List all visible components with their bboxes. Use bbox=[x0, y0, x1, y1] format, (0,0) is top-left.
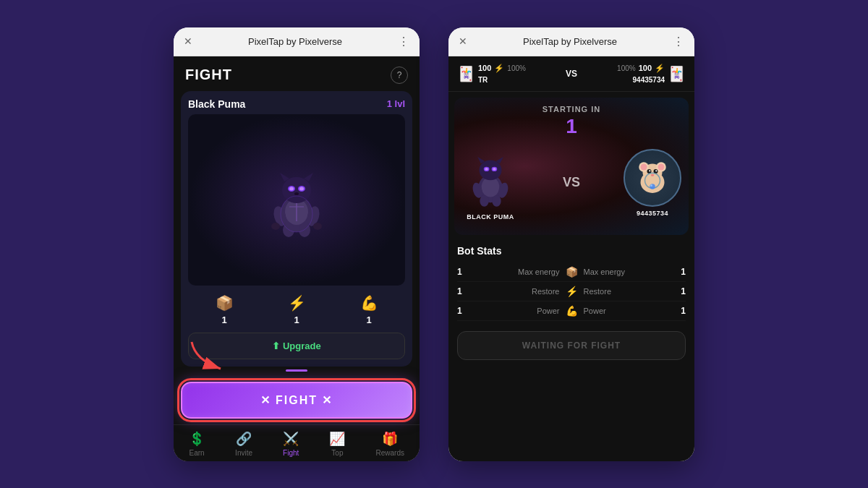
svg-point-42 bbox=[655, 170, 657, 171]
waiting-for-fight-button[interactable]: WAITING FOR FIGHT bbox=[457, 331, 686, 360]
close-icon[interactable]: ✕ bbox=[184, 35, 192, 47]
player2-info: 100% 100 ⚡ 94435734 bbox=[587, 64, 665, 84]
bottom-navigation: 💲 Earn 🔗 Invite ⚔️ Fight 📈 Top 🎁 Rewards bbox=[174, 424, 420, 461]
close-icon-right[interactable]: ✕ bbox=[459, 35, 467, 47]
rewards-label: Rewards bbox=[375, 449, 404, 457]
player1-energy-row: 100 ⚡ 100% bbox=[478, 64, 556, 73]
svg-point-12 bbox=[271, 223, 280, 230]
vs-center-label: VS bbox=[563, 175, 580, 190]
player1-name: TR bbox=[478, 76, 556, 84]
character-sprite bbox=[264, 160, 329, 239]
stat-right-label-2: Restore bbox=[584, 287, 672, 296]
svg-point-7 bbox=[289, 187, 294, 191]
svg-point-28 bbox=[493, 168, 496, 171]
svg-point-43 bbox=[651, 174, 655, 176]
player2-avatar-icon: 🃏 bbox=[668, 65, 686, 82]
stat-left-label-3: Power bbox=[472, 307, 560, 315]
upgrade-label: ⬆ Upgrade bbox=[272, 341, 320, 351]
nav-fight[interactable]: ⚔️ Fight bbox=[283, 431, 299, 457]
stat-left-val-2: 1 bbox=[457, 286, 469, 296]
character-image-area bbox=[188, 114, 405, 286]
scrollbar-hint bbox=[286, 369, 307, 372]
character-name: Black Puma bbox=[188, 98, 245, 110]
player1-info: 100 ⚡ 100% TR bbox=[478, 64, 556, 84]
bot-stats-title: Bot Stats bbox=[457, 245, 686, 257]
browser-bar-right: ✕ PixelTap by Pixelverse ⋮ bbox=[448, 27, 694, 56]
stat-left-label-1: Max energy bbox=[472, 267, 560, 276]
fighter2-name: 94435734 bbox=[637, 210, 668, 217]
stat-right-val-3: 1 bbox=[674, 306, 686, 316]
svg-point-31 bbox=[480, 195, 488, 206]
stat-left-val-1: 1 bbox=[457, 267, 469, 277]
top-label: Top bbox=[331, 449, 343, 457]
battle-arena: STARTING IN 1 bbox=[454, 98, 689, 235]
stat-left-val-3: 1 bbox=[457, 306, 469, 316]
svg-point-13 bbox=[313, 223, 322, 230]
vs-label: VS bbox=[561, 69, 582, 79]
fighter1: BLACK PUMA bbox=[461, 145, 519, 221]
max-energy-val: 1 bbox=[221, 314, 226, 325]
player2-name: 94435734 bbox=[633, 76, 665, 84]
stat-max-energy: 📦 1 bbox=[216, 294, 234, 325]
right-phone: ✕ PixelTap by Pixelverse ⋮ 🃏 100 ⚡ 100% bbox=[448, 27, 694, 461]
stat-right-label-3: Power bbox=[584, 307, 672, 315]
character-name-row: Black Puma 1 lvl bbox=[188, 98, 405, 110]
fight-header: FIGHT ? bbox=[174, 56, 420, 91]
page-title: FIGHT bbox=[185, 67, 232, 83]
power-val: 1 bbox=[366, 314, 371, 325]
browser-title-right: PixelTap by Pixelverse bbox=[523, 36, 617, 47]
svg-point-32 bbox=[492, 195, 501, 206]
battle-header: 🃏 100 ⚡ 100% TR VS 🃏 bbox=[448, 56, 694, 92]
menu-icon-right[interactable]: ⋮ bbox=[673, 35, 684, 48]
svg-point-46 bbox=[650, 184, 652, 187]
stat-icon-3: 💪 bbox=[566, 305, 578, 317]
stat-row-power: 1 Power 💪 Power 1 bbox=[457, 301, 686, 321]
character-level: 1 lvl bbox=[387, 98, 405, 109]
svg-point-8 bbox=[299, 187, 304, 191]
bag-icon: 📦 bbox=[216, 294, 234, 312]
invite-icon: 🔗 bbox=[236, 431, 252, 447]
menu-icon[interactable]: ⋮ bbox=[398, 35, 409, 48]
character-stats: 📦 1 ⚡ 1 💪 1 bbox=[188, 286, 405, 330]
lightning-icon: ⚡ bbox=[288, 294, 306, 312]
stat-row-restore: 1 Restore ⚡ Restore 1 bbox=[457, 282, 686, 301]
upgrade-button[interactable]: ⬆ Upgrade bbox=[188, 333, 405, 359]
nav-earn[interactable]: 💲 Earn bbox=[189, 431, 205, 457]
player1-avatar-icon: 🃏 bbox=[457, 65, 475, 82]
left-phone-content: FIGHT ? Black Puma 1 lvl bbox=[174, 56, 420, 461]
player2-energy-row: 100% 100 ⚡ bbox=[617, 64, 665, 73]
fighter2-sprite bbox=[631, 156, 674, 200]
muscle-icon: 💪 bbox=[360, 294, 378, 312]
fight-nav-label: Fight bbox=[283, 449, 299, 457]
svg-point-22 bbox=[480, 160, 502, 181]
player1-percent: 100% bbox=[507, 64, 526, 72]
energy-lightning-icon: ⚡ bbox=[494, 64, 504, 73]
svg-point-9 bbox=[294, 192, 299, 195]
browser-bar-left: ✕ PixelTap by Pixelverse ⋮ bbox=[174, 27, 420, 56]
svg-point-37 bbox=[640, 163, 647, 170]
fighters-row: BLACK PUMA VS bbox=[461, 145, 681, 221]
starting-in-label: STARTING IN bbox=[542, 105, 600, 114]
help-button[interactable]: ? bbox=[391, 67, 408, 84]
stat-left-label-2: Restore bbox=[472, 287, 560, 296]
browser-title-left: PixelTap by Pixelverse bbox=[248, 36, 342, 47]
top-icon: 📈 bbox=[329, 431, 345, 447]
svg-point-45 bbox=[650, 184, 655, 189]
nav-rewards[interactable]: 🎁 Rewards bbox=[375, 431, 404, 457]
player1-energy: 100 bbox=[478, 64, 491, 72]
fight-button-label: ✕ FIGHT ✕ bbox=[260, 393, 333, 407]
player2-percent: 100% bbox=[617, 64, 636, 72]
fight-nav-icon: ⚔️ bbox=[283, 431, 299, 447]
fight-button-area: ✕ FIGHT ✕ bbox=[174, 374, 420, 424]
fight-button[interactable]: ✕ FIGHT ✕ bbox=[181, 382, 412, 419]
bot-stats-section: Bot Stats 1 Max energy 📦 Max energy 1 1 … bbox=[448, 241, 694, 325]
stat-right-val-1: 1 bbox=[674, 267, 686, 277]
stats-table: 1 Max energy 📦 Max energy 1 1 Restore ⚡ … bbox=[457, 262, 686, 321]
invite-label: Invite bbox=[235, 449, 252, 457]
stat-restore: ⚡ 1 bbox=[288, 294, 306, 325]
svg-point-27 bbox=[485, 168, 488, 171]
player2-energy: 100 bbox=[639, 64, 652, 72]
nav-top[interactable]: 📈 Top bbox=[329, 431, 345, 457]
rewards-icon: 🎁 bbox=[382, 431, 398, 447]
nav-invite[interactable]: 🔗 Invite bbox=[235, 431, 252, 457]
